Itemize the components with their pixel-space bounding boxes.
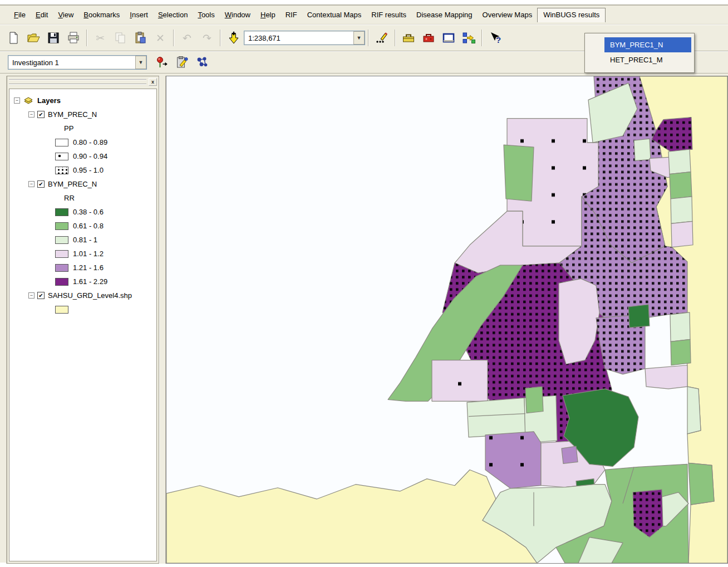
map-scale-value[interactable]: 1:238,671 [244, 31, 353, 45]
print-button[interactable] [64, 29, 83, 47]
cut-button[interactable]: ✂ [91, 29, 110, 47]
add-data-button[interactable] [224, 29, 243, 47]
legend-class-row[interactable]: 0.80 - 0.89 [9, 135, 156, 149]
menu-rif[interactable]: RIF [281, 8, 302, 21]
menu-view[interactable]: View [53, 8, 78, 21]
edit-investigation-button[interactable] [173, 53, 191, 71]
copy-button[interactable] [111, 29, 130, 47]
layer-checkbox[interactable]: ✔ [37, 292, 45, 299]
overview-window-button[interactable] [439, 29, 458, 47]
pushpin-button[interactable] [153, 53, 171, 71]
collapse-icon[interactable]: − [28, 111, 35, 118]
toc-close-button[interactable]: x [149, 78, 157, 86]
menu-contextual-maps[interactable]: Contextual Maps [302, 8, 367, 21]
delete-button[interactable]: ✕ [151, 29, 170, 47]
map-region-pattern [432, 360, 488, 402]
map-region[interactable] [628, 305, 650, 328]
menu-window[interactable]: Window [220, 8, 255, 21]
toc-gripper[interactable] [9, 79, 146, 85]
investigation-combo-value[interactable]: Investigation 1 [8, 56, 135, 69]
menu-rif-results[interactable]: RIF results [366, 8, 411, 21]
toc-titlebar[interactable]: x [7, 76, 159, 87]
collapse-icon[interactable]: − [28, 181, 35, 187]
menu-file[interactable]: File [9, 8, 31, 21]
map-region[interactable] [504, 145, 534, 201]
whats-this-help-button[interactable]: ? [486, 29, 505, 47]
save-button[interactable] [44, 29, 63, 47]
cluster-tool-button[interactable] [193, 53, 211, 71]
layer-checkbox[interactable]: ✔ [37, 180, 45, 188]
layer-field-label: RR [64, 194, 75, 202]
map-region[interactable] [687, 387, 701, 434]
open-folder-icon [27, 31, 40, 45]
map-region[interactable] [467, 398, 525, 437]
layer-row[interactable]: − ✔ BYM_PREC_N [9, 107, 156, 121]
menu-disease-mapping[interactable]: Disease Mapping [411, 8, 477, 21]
map-scale-combo[interactable]: 1:238,671 ▼ [244, 31, 365, 45]
map-region[interactable] [668, 149, 691, 174]
model-builder-button[interactable] [459, 29, 478, 47]
legend-class-row[interactable]: 0.95 - 1.0 [9, 163, 156, 177]
arc-toolbox-button[interactable] [399, 29, 418, 47]
dropdown-item-bym[interactable]: BYM_PREC1_N [604, 37, 691, 52]
menu-selection[interactable]: Selection [153, 8, 193, 21]
redo-button[interactable]: ↷ [198, 29, 217, 47]
layer-row[interactable]: − ✔ SAHSU_GRD_Level4.shp [9, 289, 156, 302]
legend-class-row[interactable]: 1.01 - 1.2 [9, 247, 156, 261]
map-region[interactable] [671, 221, 693, 247]
legend-class-row[interactable]: 1.61 - 2.29 [9, 275, 156, 289]
paste-button[interactable] [131, 29, 150, 47]
toc-root-row[interactable]: − Layers [9, 94, 156, 107]
overview-window-icon [442, 31, 455, 45]
menu-edit[interactable]: Edit [31, 8, 53, 21]
investigation-dropdown-button[interactable]: ▼ [135, 56, 146, 69]
redo-arrow-icon: ↷ [203, 33, 211, 43]
legend-class-row[interactable]: 0.90 - 0.94 [9, 149, 156, 163]
red-toolbox-button[interactable] [419, 29, 438, 47]
menu-winbugs-results[interactable]: WinBUGS results [537, 8, 606, 22]
menu-bookmarks[interactable]: Bookmarks [78, 8, 125, 21]
layer-checkbox[interactable]: ✔ [37, 111, 45, 118]
map-region[interactable] [670, 312, 690, 341]
layer-row[interactable]: − ✔ BYM_PREC_N [9, 177, 156, 191]
legend-class-row[interactable]: 0.81 - 1 [9, 233, 156, 247]
dropdown-item-het[interactable]: HET_PREC1_M [604, 52, 691, 67]
map-view[interactable] [166, 76, 728, 564]
map-region[interactable] [645, 365, 687, 389]
map-region[interactable] [562, 446, 578, 463]
editor-toolbar-button[interactable] [372, 29, 391, 47]
layer-name: BYM_PREC_N [48, 110, 97, 119]
collapse-icon[interactable]: − [28, 292, 35, 299]
map-region[interactable] [525, 387, 543, 413]
new-document-button[interactable] [4, 29, 23, 47]
map-region[interactable] [634, 139, 651, 160]
legend-swatch-rr6 [55, 278, 68, 286]
arcmap-application-window: File Edit View Bookmarks Insert Selectio… [0, 0, 728, 567]
undo-button[interactable]: ↶ [178, 29, 196, 47]
menu-help[interactable]: Help [255, 8, 281, 21]
toolbar-separator [395, 30, 396, 46]
choropleth-map[interactable] [166, 76, 727, 563]
legend-class-row[interactable]: 0.38 - 0.6 [9, 205, 156, 219]
print-icon [67, 31, 80, 45]
panel-splitter[interactable] [159, 76, 166, 564]
investigation-combo[interactable]: Investigation 1 ▼ [8, 55, 147, 70]
map-region[interactable] [688, 463, 714, 505]
map-region[interactable] [671, 339, 691, 365]
save-floppy-icon [47, 31, 60, 45]
menu-tools[interactable]: Tools [193, 8, 219, 21]
map-scale-dropdown-button[interactable]: ▼ [353, 31, 365, 45]
menu-insert[interactable]: Insert [125, 8, 153, 21]
legend-swatch-pp3 [55, 167, 68, 174]
legend-class-row[interactable] [9, 302, 156, 316]
collapse-icon[interactable]: − [14, 97, 20, 104]
map-region[interactable] [671, 197, 692, 223]
layer-field-row: RR [9, 191, 156, 205]
toolbox-icon [402, 31, 415, 45]
legend-class-row[interactable]: 0.61 - 0.8 [9, 219, 156, 233]
toolbar-separator [368, 30, 369, 46]
map-region[interactable] [670, 172, 692, 199]
open-button[interactable] [24, 29, 43, 47]
menu-overview-maps[interactable]: Overview Maps [478, 8, 538, 21]
legend-class-row[interactable]: 1.21 - 1.6 [9, 261, 156, 275]
